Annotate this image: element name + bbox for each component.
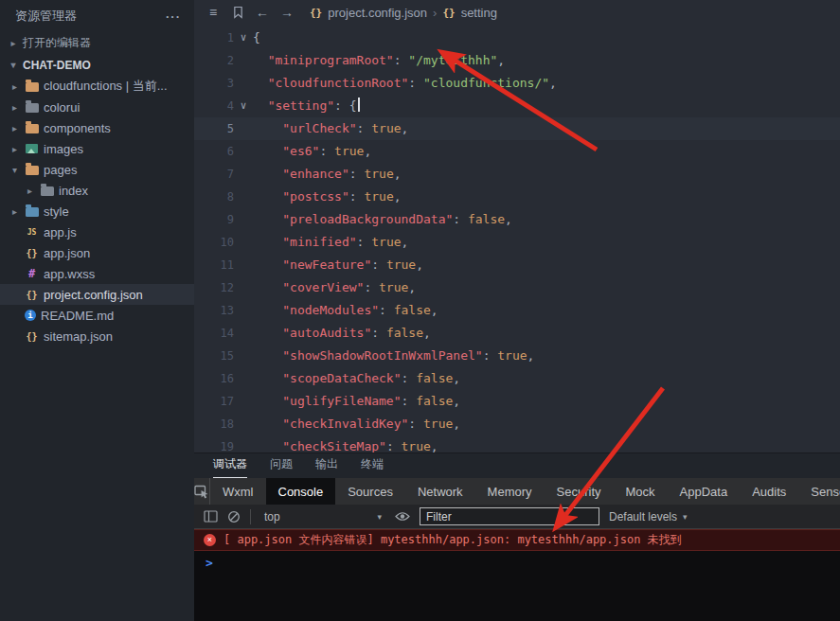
tree-item-components[interactable]: ▸components (0, 117, 194, 138)
code-line-10[interactable]: 10"minified": true, (194, 231, 840, 254)
code-text: "cloudfunctionRoot": "cloudfunctions/", (253, 72, 557, 95)
fold-icon[interactable]: ∨ (234, 95, 253, 117)
tree-item-app-js[interactable]: JSapp.js (0, 222, 194, 242)
console-sidebar-icon[interactable] (204, 510, 218, 523)
eye-icon[interactable] (395, 511, 410, 522)
devtools-tab-wxml[interactable]: Wxml (210, 478, 266, 505)
code-line-1[interactable]: 1∨{ (194, 27, 840, 49)
file-label: cloudfunctions | 当前... (44, 78, 168, 95)
code-line-12[interactable]: 12"coverView": true, (194, 276, 840, 299)
project-section[interactable]: ▾ CHAT-DEMO (0, 54, 194, 76)
fold-icon[interactable]: ∨ (234, 27, 253, 49)
fold-spacer (234, 186, 253, 208)
code-line-8[interactable]: 8"postcss": true, (194, 186, 840, 208)
tree-item-app-wxss[interactable]: #app.wxss (0, 263, 194, 284)
panel-tab-debugger[interactable]: 调试器 (213, 456, 247, 478)
tree-item-colorui[interactable]: ▸colorui (0, 97, 194, 117)
panel-tab-terminal[interactable]: 终端 (361, 456, 384, 478)
info-icon: i (25, 310, 36, 321)
tree-item-project-config-json[interactable]: {}project.config.json (0, 284, 194, 305)
devtools-tab-sensor[interactable]: Sensor (798, 478, 840, 505)
devtools-tab-sources[interactable]: Sources (335, 478, 405, 505)
chevron-right-icon: ▸ (9, 81, 20, 92)
json-file-icon: {} (310, 7, 322, 19)
tree-item-index[interactable]: ▸index (0, 180, 194, 201)
file-label: index (59, 184, 88, 198)
code-line-13[interactable]: 13"nodeModules": false, (194, 299, 840, 322)
panel-tab-output[interactable]: 输出 (315, 456, 338, 478)
context-selector[interactable]: top ▾ (260, 510, 385, 523)
code-line-18[interactable]: 18"checkInvalidKey": true, (194, 413, 840, 435)
breadcrumb-file[interactable]: project.config.json (328, 6, 427, 20)
panel-tab-problems[interactable]: 问题 (270, 456, 293, 478)
chevron-right-icon: ▸ (9, 102, 20, 113)
open-editors-section[interactable]: ▸ 打开的编辑器 (0, 32, 194, 54)
file-label: app.json (44, 246, 90, 260)
inspect-element-icon[interactable] (194, 478, 210, 505)
fold-spacer (234, 390, 253, 413)
breadcrumb-node[interactable]: setting (461, 6, 497, 20)
devtools-tab-mock[interactable]: Mock (614, 478, 668, 505)
devtools-tab-appdata[interactable]: AppData (668, 478, 741, 505)
tree-item-pages[interactable]: ▾pages (0, 159, 194, 180)
json-icon: {} (25, 331, 39, 342)
line-number: 5 (194, 117, 234, 140)
clear-console-icon[interactable] (227, 510, 241, 523)
tree-item-style[interactable]: ▸style (0, 201, 194, 222)
tree-item-sitemap-json[interactable]: {}sitemap.json (0, 326, 194, 346)
code-line-3[interactable]: 3"cloudfunctionRoot": "cloudfunctions/", (194, 72, 840, 95)
tree-item-images[interactable]: ▸images (0, 138, 194, 159)
line-number: 12 (194, 276, 234, 299)
code-line-9[interactable]: 9"preloadBackgroundData": false, (194, 208, 840, 231)
console-input-area[interactable]: > (194, 551, 840, 621)
code-line-16[interactable]: 16"scopeDataCheck": false, (194, 367, 840, 390)
forward-icon[interactable]: → (279, 5, 295, 20)
js-icon: JS (25, 228, 39, 237)
tree-item-readme-md[interactable]: iREADME.md (0, 305, 194, 326)
toolbar-divider (250, 509, 251, 524)
code-line-7[interactable]: 7"enhance": true, (194, 163, 840, 186)
code-line-11[interactable]: 11"newFeature": true, (194, 254, 840, 276)
file-label: app.wxss (44, 267, 95, 281)
line-number: 15 (194, 345, 234, 367)
devtools-tab-memory[interactable]: Memory (475, 478, 545, 505)
line-number: 16 (194, 367, 234, 390)
chevron-right-icon: ▸ (9, 206, 20, 217)
chevron-down-icon: ▾ (683, 512, 688, 522)
code-line-14[interactable]: 14"autoAudits": false, (194, 322, 840, 345)
fold-spacer (234, 367, 253, 390)
devtools-tab-console[interactable]: Console (266, 478, 336, 505)
filter-input[interactable] (420, 507, 599, 525)
main-area: ≡ ← → {} project.config.json › {} settin… (194, 0, 840, 621)
line-number: 6 (194, 140, 234, 163)
code-line-4[interactable]: 4∨"setting": { (194, 95, 840, 117)
bookmark-icon[interactable] (230, 6, 245, 19)
devtools-tab-network[interactable]: Network (405, 478, 475, 505)
devtools-tablist: WxmlConsoleSourcesNetworkMemorySecurityM… (210, 478, 840, 505)
back-icon[interactable]: ← (255, 5, 270, 20)
json-node-icon: {} (442, 7, 455, 19)
code-editor[interactable]: 1∨{2"miniprogramRoot": "/mytesthhh",3"cl… (194, 25, 840, 452)
more-actions-icon[interactable]: ··· (166, 9, 181, 24)
code-text: "setting": { (253, 95, 360, 117)
code-text: "postcss": true, (253, 186, 402, 208)
log-levels-dropdown[interactable]: Default levels ▾ (609, 510, 688, 523)
code-line-19[interactable]: 19"checkSiteMap": true, (194, 435, 840, 452)
levels-label: Default levels (609, 510, 677, 523)
outline-list-icon[interactable]: ≡ (206, 5, 221, 20)
fold-spacer (234, 435, 253, 452)
code-line-15[interactable]: 15"showShadowRootInWxmlPanel": true, (194, 345, 840, 367)
code-text: "coverView": true, (253, 276, 416, 299)
code-line-5[interactable]: 5"urlCheck": true, (194, 117, 840, 140)
devtools-tab-audits[interactable]: Audits (740, 478, 798, 505)
code-line-17[interactable]: 17"uglifyFileName": false, (194, 390, 840, 413)
error-icon: × (204, 534, 216, 546)
tree-item-app-json[interactable]: {}app.json (0, 242, 194, 263)
code-text: { (253, 27, 260, 49)
code-text: "minified": true, (253, 231, 408, 254)
code-line-6[interactable]: 6"es6": true, (194, 140, 840, 163)
console-error-row[interactable]: × [ app.json 文件内容错误] mytesthhh/app.json:… (194, 529, 840, 551)
tree-item-cloudfunctions[interactable]: ▸cloudfunctions | 当前... (0, 76, 194, 97)
devtools-tab-security[interactable]: Security (545, 478, 614, 505)
code-line-2[interactable]: 2"miniprogramRoot": "/mytesthhh", (194, 49, 840, 72)
